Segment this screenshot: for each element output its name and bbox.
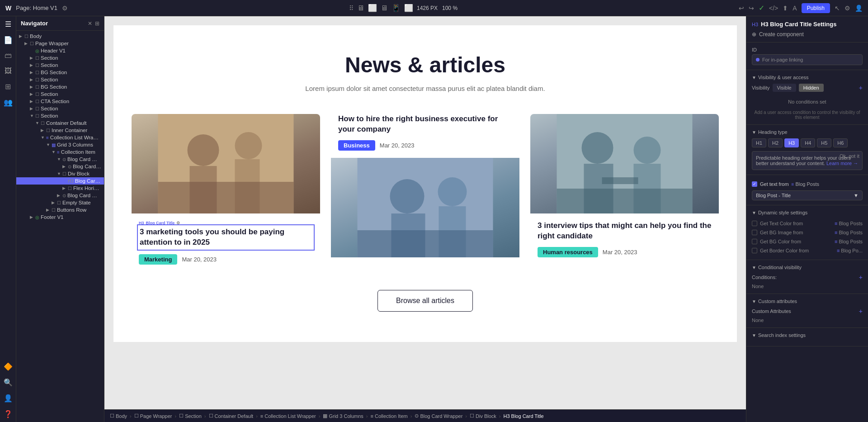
add-visibility-condition-icon[interactable]: + [859,84,863,91]
tree-arrow: ▼ [52,150,57,154]
tree-flex-horizon[interactable]: ▶ ☐ Flex Horizon [16,185,104,192]
tree-inner-container[interactable]: ▶ ☐ Inner Container [16,127,104,134]
tree-section-4[interactable]: ▶ ☐ Section [16,90,104,98]
browse-all-articles-button[interactable]: Browse all articles [377,290,473,312]
tree-page-wrapper[interactable]: ▶ ☐ Page Wrapper [16,40,104,47]
save-status-icon: ✓ [759,4,764,12]
assets-icon[interactable]: 🖼 [5,67,12,75]
tree-section-3[interactable]: ▶ ☐ Section [16,76,104,83]
breadcrumb-blog-card-wrapper[interactable]: ⊙ Blog Card Wrapper [415,413,462,419]
hint-dismiss-button[interactable]: Ok, got it [840,153,859,159]
integrations-icon[interactable]: 👤 [4,394,13,403]
bg-image-source: ≡ Blog Posts [835,230,863,235]
desktop-icon[interactable]: 🖥 [357,4,364,12]
tree-header-v1[interactable]: ◎ Header V1 [16,47,104,54]
tree-empty-state[interactable]: ▶ ☐ Empty State [16,199,104,206]
tree-buttons-row[interactable]: ▶ ☐ Buttons Row [16,206,104,213]
tree-blog-card-image[interactable]: ▶ ⊙ Blog Card Imag [16,163,104,170]
undo-icon[interactable]: ↩ [739,5,744,12]
font-icon[interactable]: A [793,5,797,12]
add-attr-button[interactable]: + [859,308,863,315]
tree-section-1[interactable]: ▶ ☐ Section [16,54,104,62]
blog-card-2-tag[interactable]: Marketing [139,254,177,265]
tree-section-2[interactable]: ▶ ☐ Section [16,62,104,69]
border-color-checkbox[interactable] [752,248,757,253]
tree-bg-section-2[interactable]: ▶ ☐ BG Section [16,83,104,90]
cms-icon[interactable]: 🗃 [5,52,12,60]
settings-icon[interactable]: ⚙ [844,5,850,12]
help-icon[interactable]: ❓ [4,410,13,418]
navigator-panel: Navigator ✕ ⊞ ▶ ☐ Body ▶ ☐ Page Wrapper … [16,16,104,422]
breadcrumb-blog-card-title[interactable]: H3 Blog Card Title [504,413,544,419]
code-icon[interactable]: </> [769,5,778,12]
learn-more-link[interactable]: Learn more → [826,161,858,166]
tree-arrow: ▼ [30,114,35,118]
blog-card-1-tag[interactable]: Business [338,140,375,151]
mobile-icon[interactable]: 📱 [392,4,401,12]
grid-icon[interactable]: ⠿ [349,5,354,12]
tree-footer-v1[interactable]: ▶ ◎ Footer V1 [16,213,104,221]
tree-bg-section-1[interactable]: ▶ ☐ BG Section [16,69,104,76]
h6-button[interactable]: H6 [833,138,848,147]
bg-image-checkbox[interactable] [752,230,757,235]
hidden-button[interactable]: Hidden [799,84,824,92]
breadcrumb-body[interactable]: ☐ Body [110,413,127,419]
field-select[interactable]: Blog Post - Title ▼ [752,190,863,200]
get-text-checkbox[interactable]: ✓ [752,181,757,187]
redo-icon[interactable]: ↪ [749,5,754,12]
components-icon[interactable]: ⊞ [5,82,11,91]
apps-icon[interactable]: 🔶 [4,362,13,371]
breadcrumb-section[interactable]: ☐ Section [179,413,202,419]
svg-point-15 [634,137,661,164]
section-1-label: Section [41,55,58,61]
visible-button[interactable]: Visible [773,84,796,92]
users-icon[interactable]: 👤 [855,5,863,12]
page-settings-icon[interactable]: ⚙ [62,5,68,12]
tree-collection-list-wrapper[interactable]: ▼ ≡ Collection List Wrapper [16,134,104,141]
members-icon[interactable]: 👥 [4,98,13,107]
bg-color-checkbox[interactable] [752,239,757,244]
monitor-icon[interactable]: 🖥 [381,4,388,12]
tree-collection-item[interactable]: ▼ ≡ Collection Item [16,148,104,156]
svg-rect-5 [158,182,294,213]
tree-body[interactable]: ▶ ☐ Body [16,33,104,40]
h1-button[interactable]: H1 [752,138,766,147]
breadcrumb-container-default[interactable]: ☐ Container Default [209,413,254,419]
tablet-icon[interactable]: ⬜ [368,4,377,12]
blog-grid: H3 Blog Card Title ⚙ 3 marketing tools y… [132,114,719,272]
h3-button[interactable]: H3 [784,138,799,147]
publish-button[interactable]: Publish [802,3,830,13]
tree-blog-card-wrapper-2[interactable]: ▶ ⊙ Blog Card Wrapp [16,192,104,199]
tree-container-default[interactable]: ▼ ☐ Container Default [16,119,104,127]
tree-section-5[interactable]: ▶ ☐ Section [16,105,104,112]
close-navigator-icon[interactable]: ✕ [88,20,92,27]
h4-button[interactable]: H4 [801,138,815,147]
tree-cta-section[interactable]: ▶ ☐ CTA Section [16,98,104,105]
h2-button[interactable]: H2 [768,138,783,147]
expand-navigator-icon[interactable]: ⊞ [95,20,99,27]
landscape-icon[interactable]: ⬜ [404,4,413,12]
blog-card-3-tag[interactable]: Human resources [538,247,598,257]
border-color-source: ≡ Blog Po... [837,248,863,253]
add-condition-button[interactable]: + [859,274,863,281]
tree-grid-3-columns[interactable]: ▼ ▦ Grid 3 Columns [16,141,104,148]
pages-icon[interactable]: 📄 [4,36,13,44]
breadcrumb-div-block[interactable]: ☐ Div Block [470,413,496,419]
breadcrumb-grid[interactable]: ▦ Grid 3 Columns [323,413,363,419]
breadcrumb-page-wrapper[interactable]: ☐ Page Wrapper [134,413,172,419]
tree-blog-card-title[interactable]: H3 Blog Card Ti [16,177,104,185]
search-icon[interactable]: 🔍 [4,378,13,387]
breadcrumb-collection-list[interactable]: ≡ Collection List Wrapper [260,413,316,419]
text-color-checkbox[interactable] [752,221,757,226]
navigator-icon[interactable]: ☰ [5,20,11,28]
h5-button[interactable]: H5 [817,138,831,147]
blog-card-2-title[interactable]: 3 marketing tools you should be paying a… [137,224,315,251]
create-component-button[interactable]: ⊕ Create component [752,31,863,38]
breadcrumb-collection-item[interactable]: ≡ Collection Item [371,413,408,419]
id-input[interactable]: For in-page linking [752,54,863,65]
tree-blog-card-wrapper-1[interactable]: ▼ ⊙ Blog Card Wrapp [16,156,104,163]
tree-div-block[interactable]: ▼ ☐ Div Block [16,170,104,177]
cursor-icon[interactable]: ↖ [835,5,840,12]
export-icon[interactable]: ⬆ [783,5,788,12]
tree-section-6[interactable]: ▼ ☐ Section [16,112,104,119]
